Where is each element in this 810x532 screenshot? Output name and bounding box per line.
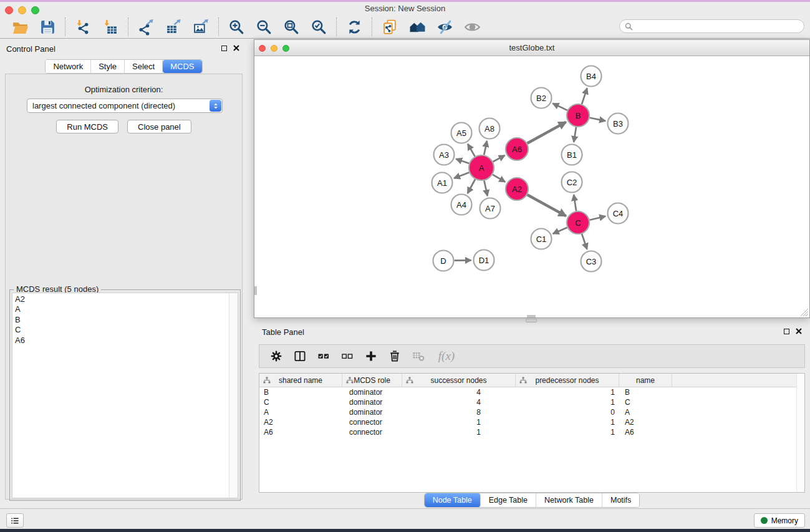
- graph-node-C3[interactable]: C3: [581, 251, 602, 272]
- graph-edge-B-B4[interactable]: [582, 88, 587, 104]
- add-button[interactable]: [360, 347, 381, 365]
- table-cell[interactable]: A6: [619, 428, 672, 437]
- result-list-scrollbar[interactable]: [229, 293, 238, 498]
- table-cell[interactable]: 4: [402, 388, 516, 397]
- graph-node-A6[interactable]: A6: [506, 138, 528, 160]
- zoom-fit-button[interactable]: [277, 17, 305, 37]
- run-mcds-button[interactable]: Run MCDS: [56, 120, 118, 133]
- graph-edge-A-A1[interactable]: [454, 173, 469, 178]
- graph-node-C4[interactable]: C4: [608, 203, 629, 224]
- graph-edge-A-A4[interactable]: [468, 180, 475, 194]
- zoom-in-button[interactable]: [223, 17, 250, 37]
- table-cell[interactable]: connector: [342, 428, 402, 437]
- memory-button[interactable]: Memory: [754, 513, 805, 528]
- graph-node-B[interactable]: B: [567, 104, 589, 127]
- column-header-shared-name[interactable]: shared name: [259, 374, 342, 387]
- graph-edge-B-B2[interactable]: [553, 104, 567, 110]
- close-traffic-light[interactable]: [5, 6, 13, 14]
- tab-edge-table[interactable]: Edge Table: [481, 493, 536, 507]
- table-cell[interactable]: dominator: [342, 398, 402, 407]
- table-cell[interactable]: A6: [259, 428, 342, 437]
- mcds-result-item[interactable]: A6: [12, 336, 238, 346]
- save-session-button[interactable]: [34, 17, 61, 37]
- graph-node-A[interactable]: A: [469, 155, 494, 180]
- tab-network-table[interactable]: Network Table: [536, 493, 602, 507]
- deselect-all-button[interactable]: [337, 347, 357, 365]
- graph-edge-A-A8[interactable]: [484, 141, 487, 155]
- panel-splitter-grip[interactable]: [526, 319, 537, 322]
- graph-node-A4[interactable]: A4: [451, 195, 472, 215]
- graph-edge-B-B1[interactable]: [574, 127, 576, 142]
- close-panel-icon[interactable]: [233, 45, 239, 51]
- graph-edge-A-A3[interactable]: [456, 159, 469, 163]
- zoom-out-button[interactable]: [250, 17, 277, 37]
- tab-node-table[interactable]: Node Table: [425, 493, 481, 507]
- clone-network-button[interactable]: [376, 17, 403, 37]
- graph-node-C1[interactable]: C1: [531, 229, 552, 249]
- table-cell[interactable]: 1: [516, 398, 619, 407]
- open-session-button[interactable]: [6, 17, 34, 37]
- table-cell[interactable]: A: [259, 408, 342, 417]
- refresh-button[interactable]: [340, 17, 368, 37]
- search-input[interactable]: [633, 22, 804, 31]
- graph-edge-A-A2[interactable]: [493, 175, 505, 182]
- graph-node-B2[interactable]: B2: [531, 88, 552, 109]
- table-cell[interactable]: 1: [402, 428, 516, 437]
- table-cell[interactable]: B: [619, 388, 672, 397]
- table-cell[interactable]: 1: [516, 388, 619, 397]
- network-window-titlebar[interactable]: testGlobe.txt: [254, 40, 809, 56]
- graph-edge-C-C2[interactable]: [574, 195, 576, 211]
- table-cell[interactable]: 0: [516, 408, 619, 417]
- table-row[interactable]: Bdominator41B: [259, 387, 804, 397]
- close-table-panel-icon[interactable]: [796, 328, 802, 334]
- network-close-traffic-light[interactable]: [259, 45, 266, 52]
- graph-node-C2[interactable]: C2: [562, 172, 582, 193]
- settings-button[interactable]: [266, 347, 286, 365]
- table-cell[interactable]: A2: [619, 418, 672, 427]
- criterion-select[interactable]: largest connected component (directed): [27, 99, 223, 113]
- export-image-button[interactable]: [187, 17, 215, 37]
- table-cell[interactable]: A: [619, 408, 672, 417]
- zoom-selected-button[interactable]: [305, 17, 332, 37]
- table-cell[interactable]: 4: [402, 398, 516, 407]
- table-cell[interactable]: C: [619, 398, 672, 407]
- graph-node-B3[interactable]: B3: [608, 114, 629, 134]
- graph-edge-C-C1[interactable]: [553, 228, 567, 234]
- graph-node-A5[interactable]: A5: [451, 123, 472, 143]
- graph-node-B4[interactable]: B4: [581, 66, 602, 87]
- graph-node-C[interactable]: C: [567, 211, 589, 234]
- zoom-traffic-light[interactable]: [31, 6, 39, 14]
- graph-edge-B-B3[interactable]: [590, 118, 605, 121]
- table-cell[interactable]: C: [259, 398, 342, 407]
- minimize-traffic-light[interactable]: [18, 6, 26, 14]
- tab-motifs[interactable]: Motifs: [602, 493, 639, 507]
- graph-node-A7[interactable]: A7: [480, 198, 501, 219]
- table-cell[interactable]: dominator: [342, 408, 402, 417]
- column-header-successor-nodes[interactable]: successor nodes: [402, 374, 516, 387]
- close-panel-button[interactable]: Close panel: [127, 120, 191, 133]
- table-cell[interactable]: A2: [259, 418, 342, 427]
- column-header-MCDS-role[interactable]: MCDS role: [342, 374, 402, 387]
- column-header-predecessor-nodes[interactable]: predecessor nodes: [516, 374, 619, 387]
- tab-style[interactable]: Style: [91, 60, 125, 73]
- mcds-result-item[interactable]: B: [12, 315, 238, 325]
- table-cell[interactable]: connector: [342, 418, 402, 427]
- graph-node-A8[interactable]: A8: [480, 118, 500, 139]
- graph-edge-A-A5[interactable]: [468, 144, 475, 157]
- table-cell[interactable]: dominator: [342, 388, 402, 397]
- mcds-result-item[interactable]: A2: [12, 294, 238, 304]
- table-row[interactable]: A6connector11A6: [259, 427, 804, 437]
- export-network-button[interactable]: [132, 17, 160, 37]
- table-cell[interactable]: 1: [516, 418, 619, 427]
- float-panel-icon[interactable]: [221, 46, 227, 51]
- graph-edge-A6-B[interactable]: [528, 122, 566, 143]
- table-row[interactable]: A2connector11A2: [259, 417, 804, 427]
- graph-edge-A2-C[interactable]: [528, 195, 566, 216]
- delete-button[interactable]: [384, 347, 405, 365]
- tab-select[interactable]: Select: [125, 60, 163, 73]
- graph-node-A2[interactable]: A2: [506, 178, 528, 200]
- column-header-name[interactable]: name: [619, 374, 672, 387]
- show-panel-menu-button[interactable]: [6, 513, 24, 528]
- graph-edge-C-C3[interactable]: [582, 234, 587, 249]
- graph-node-D[interactable]: D: [433, 251, 454, 271]
